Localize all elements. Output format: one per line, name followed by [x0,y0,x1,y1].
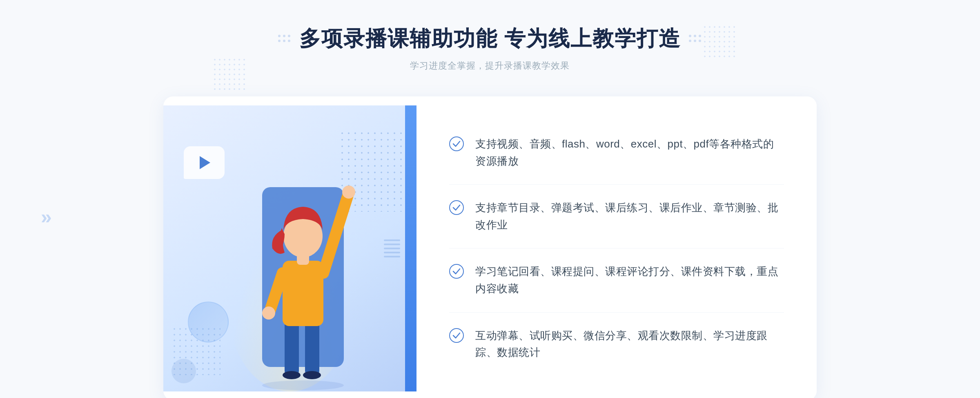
svg-point-12 [262,306,275,320]
deco-dots-left [212,57,245,90]
stripe-line-1 [384,239,400,241]
feature-text-3: 学习笔记回看、课程提问、课程评论打分、课件资料下载，重点内容收藏 [475,263,784,297]
feature-item-1: 支持视频、音频、flash、word、excel、ppt、pdf等各种格式的资源… [449,121,784,185]
play-bubble [184,146,225,179]
svg-point-16 [450,329,463,342]
title-deco-left [278,35,291,43]
check-icon-4 [449,328,464,343]
features-panel: 支持视频、音频、flash、word、excel、ppt、pdf等各种格式的资源… [416,96,817,398]
stripe-line-5 [384,256,400,257]
circle-decoration-2 [172,359,196,383]
svg-point-15 [450,264,463,278]
person-illustration [238,154,368,391]
blue-accent-bar [405,105,416,391]
circle-decoration-1 [188,302,229,342]
title-row: 多项录播课辅助功能 专为线上教学打造 [278,25,702,53]
feature-item-2: 支持章节目录、弹题考试、课后练习、课后作业、章节测验、批改作业 [449,185,784,248]
page-container: » 多项录播课辅助功能 专为线上教学打造 学习进度全掌握，提升录播课教学效果 [0,0,980,398]
stripe-line-2 [384,244,400,245]
deco-chevron-left: » [41,205,49,228]
stripe-decoration [384,239,400,257]
deco-dots-right [702,25,735,57]
svg-rect-6 [283,261,323,326]
feature-item-4: 互动弹幕、试听购买、微信分享、观看次数限制、学习进度跟踪、数据统计 [449,313,784,376]
stripe-line-4 [384,252,400,253]
svg-rect-3 [305,318,319,375]
illustration-panel [163,105,416,391]
check-icon-3 [449,264,464,279]
svg-rect-2 [285,318,299,375]
svg-point-0 [262,380,344,390]
feature-text-2: 支持章节目录、弹题考试、课后练习、课后作业、章节测验、批改作业 [475,199,784,233]
feature-text-4: 互动弹幕、试听购买、微信分享、观看次数限制、学习进度跟踪、数据统计 [475,327,784,361]
title-deco-right [689,35,702,43]
stripe-line-3 [384,248,400,249]
check-icon-1 [449,136,464,151]
svg-point-13 [450,137,463,151]
svg-point-5 [303,371,321,379]
feature-text-1: 支持视频、音频、flash、word、excel、ppt、pdf等各种格式的资源… [475,136,784,170]
svg-point-4 [283,371,301,379]
svg-point-10 [342,186,355,199]
page-title: 多项录播课辅助功能 专为线上教学打造 [299,25,681,53]
header-section: 多项录播课辅助功能 专为线上教学打造 学习进度全掌握，提升录播课教学效果 [278,25,702,72]
svg-point-14 [450,201,463,215]
play-triangle-icon [200,156,210,169]
feature-item-3: 学习笔记回看、课程提问、课程评论打分、课件资料下载，重点内容收藏 [449,248,784,312]
page-subtitle: 学习进度全掌握，提升录播课教学效果 [278,60,702,72]
main-content: 支持视频、音频、flash、word、excel、ppt、pdf等各种格式的资源… [163,96,817,398]
check-icon-2 [449,200,464,215]
